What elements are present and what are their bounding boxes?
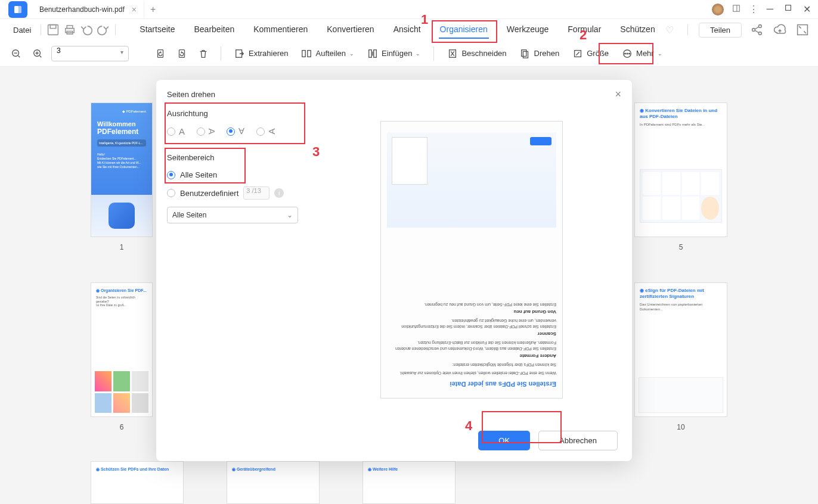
close-tab-icon[interactable]: × — [132, 5, 137, 14]
rotate-right-page-icon[interactable] — [174, 46, 190, 61]
svg-line-13 — [755, 27, 758, 29]
svg-rect-1 — [17, 6, 21, 13]
menubar: Datei Startseite Bearbeiten Kommentieren… — [0, 19, 818, 41]
svg-rect-26 — [302, 50, 305, 57]
svg-rect-32 — [521, 49, 526, 56]
file-menu[interactable]: Datei — [8, 26, 36, 35]
orient-180[interactable]: A — [227, 126, 244, 136]
maximize-icon[interactable] — [784, 4, 792, 15]
rotation-preview: Erstellen Sie PDFs aus jeder Datei Wenn … — [380, 121, 563, 399]
orientation-options: A A A A — [167, 126, 310, 136]
dialog-title: Seiten drehen — [167, 90, 215, 99]
page-thumb-partial-c[interactable]: ◉ Weitere Hilfe — [362, 461, 456, 504]
svg-rect-4 — [786, 5, 791, 11]
share-button[interactable]: Teilen — [699, 23, 742, 38]
custom-range-input[interactable]: 3 /13 — [243, 186, 269, 200]
svg-point-37 — [627, 53, 628, 54]
zoom-out-icon[interactable] — [8, 46, 24, 61]
tab-ansicht[interactable]: Ansicht — [392, 21, 422, 39]
rotate-left-page-icon[interactable] — [153, 46, 168, 61]
page-thumb-5[interactable]: ◉ Konvertieren Sie Dateien in und aus PD… — [634, 102, 727, 237]
add-tab-button[interactable]: + — [144, 4, 162, 15]
app-logo-icon — [8, 1, 27, 18]
save-icon[interactable] — [46, 23, 60, 37]
main-tabs: Startseite Bearbeiten Kommentieren Konve… — [138, 21, 656, 39]
thumb-label-6: 6 — [92, 423, 151, 431]
svg-point-38 — [629, 53, 630, 54]
more-button[interactable]: Mehr⌄ — [618, 46, 666, 61]
rotate-button[interactable]: Drehen — [516, 46, 563, 61]
thumb-label-5: 5 — [651, 243, 711, 251]
svg-rect-8 — [67, 26, 73, 29]
tab-werkzeuge[interactable]: Werkzeuge — [506, 21, 550, 39]
tab-bearbeiten[interactable]: Bearbeiten — [193, 21, 236, 39]
svg-line-18 — [18, 55, 20, 57]
document-tab[interactable]: Benutzerhandbuch-win.pdf × — [32, 1, 144, 18]
delete-page-icon[interactable] — [196, 46, 211, 61]
range-label: Seitenbereich — [167, 153, 310, 162]
svg-rect-27 — [308, 50, 311, 57]
thumb-label-10: 10 — [651, 423, 711, 431]
annotation-label-4: 4 — [465, 418, 472, 434]
extract-button[interactable]: Extrahieren — [231, 46, 292, 61]
zoom-in-icon[interactable] — [30, 46, 45, 61]
menu-dots-icon[interactable]: ⋮ — [749, 4, 758, 15]
annotation-label-2: 2 — [580, 27, 587, 43]
svg-point-11 — [758, 25, 761, 28]
svg-rect-28 — [369, 49, 372, 57]
print-icon[interactable] — [63, 23, 77, 37]
page-thumb-10[interactable]: ◉ eSign für PDF-Dateien mit zertifiziert… — [634, 282, 727, 417]
redo-icon[interactable] — [96, 23, 110, 37]
orient-270[interactable]: A — [256, 126, 274, 136]
size-button[interactable]: Größe — [569, 46, 612, 61]
split-button[interactable]: Aufteilen⌄ — [298, 46, 358, 61]
svg-rect-2 — [733, 5, 739, 11]
minimize-icon[interactable]: ─ — [767, 4, 773, 15]
page-thumb-partial-a[interactable]: ◉ Schützen Sie PDFs und Ihre Daten — [91, 461, 184, 504]
undo-icon[interactable] — [79, 23, 94, 37]
thumb-label-1: 1 — [92, 243, 151, 251]
cancel-button[interactable]: Abbrechen — [538, 431, 618, 450]
content-area: ◆ PDFelement Willkommen PDFelement Intel… — [0, 67, 818, 504]
tab-schuetzen[interactable]: Schützen — [619, 21, 656, 39]
tab-startseite[interactable]: Startseite — [138, 21, 176, 39]
range-custom[interactable]: Benutzerdefiniert 3 /13 i — [167, 186, 310, 200]
organize-toolbar: 3 Extrahieren Aufteilen⌄ Einfügen⌄ Besch… — [0, 41, 818, 67]
page-filter-select[interactable]: Alle Seiten — [167, 207, 298, 223]
titlebar: Benutzerhandbuch-win.pdf × + ⋮ ─ ✕ — [0, 0, 818, 19]
tab-title: Benutzerhandbuch-win.pdf — [39, 5, 125, 14]
page-thumb-1[interactable]: ◆ PDFelement Willkommen PDFelement Intel… — [91, 102, 153, 237]
tab-kommentieren[interactable]: Kommentieren — [252, 21, 309, 39]
orientation-label: Ausrichtung — [167, 109, 310, 118]
svg-rect-6 — [51, 25, 57, 29]
tab-organisieren[interactable]: Organisieren — [439, 21, 489, 39]
rotate-pages-dialog: Seiten drehen × Ausrichtung A A A A Seit… — [156, 80, 632, 461]
svg-rect-33 — [523, 51, 528, 58]
info-icon[interactable]: i — [274, 188, 284, 198]
orient-90[interactable]: A — [197, 126, 215, 136]
ok-button[interactable]: OK — [478, 431, 530, 450]
svg-point-36 — [625, 53, 626, 54]
page-thumb-6[interactable]: ◉ Organisieren Sie PDF... Sind die Seite… — [91, 282, 153, 417]
svg-point-12 — [758, 32, 761, 35]
bulb-icon[interactable]: ♡ — [662, 23, 677, 37]
cloud-upload-icon[interactable] — [773, 23, 787, 37]
svg-rect-5 — [48, 25, 58, 35]
insert-button[interactable]: Einfügen⌄ — [364, 46, 424, 61]
svg-rect-29 — [374, 49, 377, 57]
orient-0[interactable]: A — [167, 126, 185, 136]
crop-button[interactable]: Beschneiden — [444, 46, 510, 61]
dialog-close-icon[interactable]: × — [615, 88, 621, 101]
svg-line-22 — [40, 55, 42, 57]
page-thumb-partial-b[interactable]: ◉ Geräteübergreifend — [227, 461, 320, 504]
expand-icon[interactable] — [795, 23, 810, 37]
range-all-pages[interactable]: Alle Seiten — [167, 170, 310, 179]
svg-point-10 — [752, 29, 755, 32]
panel-icon[interactable] — [732, 4, 740, 15]
user-avatar[interactable] — [712, 4, 724, 15]
tab-konvertieren[interactable]: Konvertieren — [326, 21, 375, 39]
annotation-label-1: 1 — [421, 12, 428, 27]
share-nodes-icon[interactable] — [750, 23, 764, 37]
page-number-input[interactable]: 3 — [51, 46, 129, 61]
close-window-icon[interactable]: ✕ — [803, 4, 811, 15]
